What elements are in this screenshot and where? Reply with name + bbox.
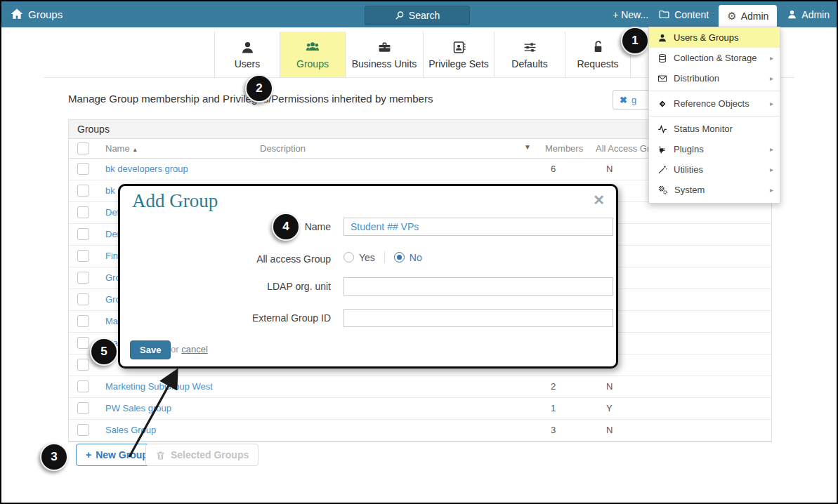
callout-badge-5: 5: [90, 338, 118, 366]
submenu-arrow-icon: ▸: [770, 74, 773, 82]
user-icon: [657, 33, 667, 43]
folder-icon: [658, 8, 670, 20]
row-checkbox[interactable]: [77, 359, 89, 371]
cancel-link[interactable]: cancel: [181, 344, 208, 354]
menu-item-reference-objects[interactable]: Reference Objects ▸: [649, 93, 780, 114]
menu-item-status-monitor[interactable]: Status Monitor: [649, 119, 780, 139]
row-checkbox[interactable]: [77, 293, 89, 305]
sort-asc-icon: ▲: [132, 147, 138, 153]
unlock-icon: [591, 40, 605, 55]
gear-icon: ⚙: [727, 10, 736, 22]
sliders-icon: [523, 40, 537, 55]
search-button[interactable]: Search: [365, 6, 470, 25]
radio-yes-label[interactable]: Yes: [359, 252, 375, 263]
tab-privilege-sets[interactable]: Privilege Sets: [424, 32, 495, 77]
table-row: PW Sales group1Y: [69, 398, 771, 420]
or-cancel-text: or cancel: [171, 344, 208, 354]
external-id-field[interactable]: [343, 309, 613, 327]
radio-yes[interactable]: [343, 252, 354, 263]
group-name-link[interactable]: Sales Group: [105, 425, 156, 435]
ldap-field[interactable]: [343, 277, 613, 296]
briefcase-icon: [377, 40, 392, 55]
filter-caret-icon[interactable]: ▼: [524, 143, 531, 151]
row-checkbox[interactable]: [77, 315, 89, 327]
navbar-actions: + New... Content ⚙ Admin Admin: [613, 1, 830, 27]
menu-item-label: Distribution: [674, 73, 719, 84]
row-checkbox[interactable]: [77, 272, 89, 284]
tab-business-units[interactable]: Business Units: [346, 32, 424, 77]
admin-nav-button[interactable]: ⚙ Admin: [719, 5, 777, 27]
tab-label: Requests: [577, 58, 618, 69]
group-name-link[interactable]: Ma: [105, 316, 118, 326]
application-window: Groups Search + New... Content ⚙ Admin: [0, 0, 838, 504]
table-row: Marketing SubGroup West2N: [69, 376, 771, 398]
members-count: 2: [551, 381, 556, 392]
menu-item-label: Status Monitor: [674, 124, 733, 134]
gears-icon: [657, 185, 668, 195]
menu-item-plugins[interactable]: Plugins ▸: [649, 139, 780, 159]
user-menu-button[interactable]: Admin: [787, 9, 830, 20]
new-group-label: New Group: [96, 449, 148, 460]
group-name-link[interactable]: PW Sales group: [105, 403, 171, 413]
row-checkbox[interactable]: [77, 380, 89, 392]
menu-item-system[interactable]: System ▸: [649, 180, 780, 200]
filter-link[interactable]: g: [631, 95, 636, 105]
admin-tab-strip: Users Groups Business Units Privilege Se…: [214, 32, 631, 77]
all-access-radio-group: Yes No: [343, 251, 422, 263]
home-icon[interactable]: [10, 7, 24, 21]
content-nav-label: Content: [674, 9, 709, 20]
row-checkbox[interactable]: [77, 424, 89, 436]
activity-icon: [657, 124, 667, 134]
close-icon[interactable]: ✕: [593, 192, 605, 208]
new-menu-button[interactable]: + New...: [613, 9, 648, 20]
menu-item-collection-storage[interactable]: Collection & Storage ▸: [649, 48, 780, 68]
radio-no[interactable]: [394, 252, 405, 263]
menu-divider: [649, 91, 780, 91]
column-header-members[interactable]: Members: [545, 143, 583, 154]
user-menu-label: Admin: [801, 9, 830, 20]
column-header-name[interactable]: Name ▲: [105, 143, 138, 154]
row-checkbox[interactable]: [77, 185, 89, 197]
content-nav-button[interactable]: Content: [658, 8, 709, 20]
menu-item-users-groups[interactable]: Users & Groups: [649, 27, 780, 48]
ldap-field-label: LDAP org. unit: [120, 281, 331, 292]
save-button[interactable]: Save: [130, 340, 171, 359]
group-name-link[interactable]: bk developers group: [105, 164, 188, 174]
modal-title: Add Group: [132, 190, 218, 212]
magic-wand-icon: [657, 165, 667, 175]
callout-badge-1: 1: [621, 27, 649, 55]
row-checkbox[interactable]: [77, 337, 89, 349]
row-checkbox[interactable]: [77, 250, 89, 262]
menu-divider: [649, 116, 780, 117]
tab-groups[interactable]: Groups: [280, 32, 346, 77]
admin-dropdown-menu: Users & Groups Collection & Storage ▸ Di…: [648, 27, 780, 204]
menu-item-distribution[interactable]: Distribution ▸: [649, 68, 780, 88]
row-checkbox[interactable]: [77, 228, 89, 240]
plus-icon: +: [86, 449, 91, 460]
group-name-link[interactable]: Marketing SubGroup West: [105, 381, 213, 392]
all-access-flag: Y: [606, 403, 613, 413]
row-checkbox[interactable]: [77, 206, 89, 218]
delete-selected-groups-button[interactable]: Selected Groups: [145, 444, 258, 466]
tab-users[interactable]: Users: [214, 32, 280, 77]
menu-item-label: Plugins: [674, 144, 704, 154]
column-header-description[interactable]: Description: [260, 143, 306, 154]
tab-defaults[interactable]: Defaults: [495, 32, 565, 77]
admin-nav-label: Admin: [741, 11, 769, 22]
selected-groups-label: Selected Groups: [171, 449, 249, 460]
trash-icon: [155, 450, 166, 460]
users-group-icon: [304, 40, 321, 55]
clear-filter-icon[interactable]: ✖: [620, 95, 627, 105]
menu-item-utilities[interactable]: Utilities ▸: [649, 159, 780, 180]
all-access-label: All access Group: [120, 253, 331, 265]
menu-item-label: System: [674, 185, 705, 195]
row-checkbox[interactable]: [77, 402, 89, 414]
select-all-checkbox[interactable]: [77, 142, 89, 154]
menu-item-label: Utilities: [674, 164, 703, 175]
name-field[interactable]: [343, 218, 613, 236]
group-name-link[interactable]: Fin: [105, 251, 118, 261]
radio-no-label[interactable]: No: [410, 252, 422, 263]
search-icon: [395, 11, 405, 20]
row-checkbox[interactable]: [77, 163, 89, 175]
add-group-modal: Add Group ✕ Name All access Group Yes No…: [118, 184, 618, 369]
